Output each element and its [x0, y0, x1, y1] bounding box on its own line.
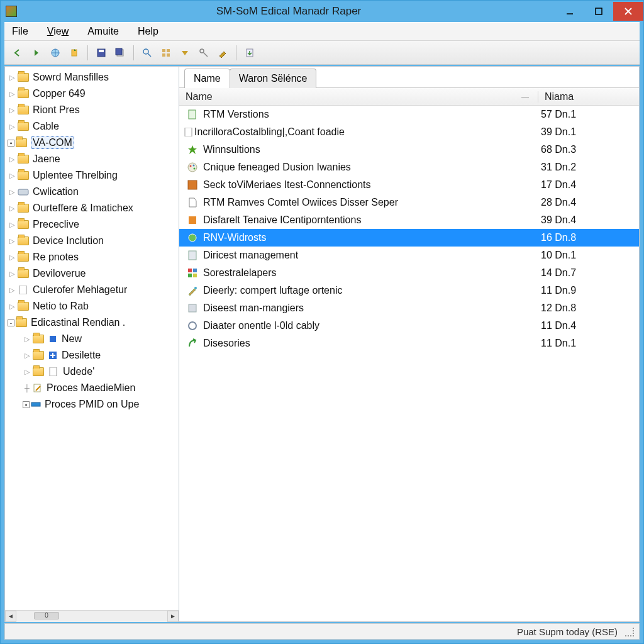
tree-item[interactable]: ▷Desilette — [5, 347, 179, 364]
expander-icon[interactable]: ▷ — [8, 269, 16, 278]
key-icon[interactable] — [196, 45, 212, 61]
grid-icon[interactable] — [158, 45, 174, 61]
expander-icon[interactable]: ▪ — [23, 401, 30, 408]
expander-icon[interactable]: ▷ — [8, 302, 16, 311]
list-item[interactable]: Sorestralelapers14 Dn.7 — [179, 264, 639, 282]
expander-icon[interactable]: ▷ — [8, 220, 16, 229]
tree-item[interactable]: ▷Cwlication — [5, 184, 179, 200]
expander-icon[interactable]: - — [8, 319, 14, 326]
menu-file[interactable]: File — [8, 23, 32, 40]
tree-item-label: Riont Pres — [33, 104, 80, 116]
scroll-left-icon[interactable]: ◄ — [5, 611, 16, 622]
search-icon[interactable] — [139, 45, 155, 61]
maximize-button[interactable] — [584, 2, 613, 21]
expander-icon[interactable]: ▷ — [8, 187, 16, 196]
save-all-icon[interactable] — [112, 45, 128, 61]
tree-item[interactable]: ▷Re pnotes — [5, 249, 179, 265]
horizontal-scrollbar[interactable]: ◄ 0 ► — [5, 610, 179, 621]
list-item[interactable]: Winnsultions68 Dn.3 — [179, 141, 639, 158]
down-icon[interactable] — [177, 45, 193, 61]
scroll-thumb[interactable]: 0 — [34, 612, 59, 619]
expander-icon[interactable]: ▷ — [8, 204, 16, 213]
tree-item[interactable]: ▷Udede' — [5, 364, 179, 380]
expander-icon[interactable]: ┼ — [23, 384, 31, 392]
svg-rect-25 — [31, 402, 40, 406]
import-icon[interactable] — [242, 45, 258, 61]
app-window: SM-SoM Edical Manadr Raper File View Amu… — [0, 0, 644, 644]
tab-name[interactable]: Name — [184, 69, 230, 88]
tree-item[interactable]: -Edicastinal Rendian . — [5, 314, 179, 331]
tree-item[interactable]: ┼Proces MaedieMien — [5, 380, 179, 396]
tree-item-label: Proces MaedieMien — [47, 382, 135, 394]
expander-icon[interactable]: ▷ — [8, 253, 16, 262]
tree-item[interactable]: ▪Proces PMID on Upe — [5, 396, 179, 413]
tree-item[interactable]: ▷Device Inclution — [5, 233, 179, 249]
list-item[interactable]: Diseest man-mangiers12 Dn.8 — [179, 299, 639, 317]
tree-item[interactable]: ▷New — [5, 331, 179, 347]
tree-item[interactable]: ▷Uplentee Threlbing — [5, 167, 179, 184]
svg-point-40 — [194, 287, 197, 289]
list-item[interactable]: Diaater onentle l-0ld cably11 Dn.4 — [179, 317, 639, 335]
globe-icon[interactable] — [47, 45, 64, 61]
expander-icon[interactable]: ▷ — [8, 286, 16, 294]
tree-item-label: Ourteffere & Imatichex — [33, 203, 133, 214]
back-icon[interactable] — [9, 45, 26, 61]
tree-item[interactable]: ▷Prececlive — [5, 216, 179, 233]
tree-item-label: Sowrd Mansfilles — [33, 72, 109, 83]
expander-icon[interactable]: ▷ — [8, 155, 16, 164]
expander-icon[interactable]: ▷ — [8, 236, 16, 245]
tree-item[interactable]: ▷Copper 649 — [5, 86, 179, 102]
list-item[interactable]: Cnique feneaged Dusion Iwanies31 Dn.2 — [179, 158, 639, 176]
list-item[interactable]: RTM Ramves Comtel Owiices Disser Seper28… — [179, 194, 639, 211]
expander-icon[interactable]: ▷ — [8, 122, 16, 131]
list-item[interactable]: RNV-Widrosts16 Dn.8 — [179, 229, 639, 247]
list-item[interactable]: Disesories11 Dn.1 — [179, 335, 639, 352]
toolbar — [4, 41, 640, 65]
menu-view[interactable]: View — [43, 23, 72, 40]
tree-item[interactable]: ▷Sowrd Mansfilles — [5, 69, 179, 86]
expander-icon[interactable]: ▷ — [8, 89, 16, 98]
tree-item[interactable]: ▷Ourteffere & Imatichex — [5, 200, 179, 216]
menu-amuite[interactable]: Amuite — [84, 23, 123, 40]
menubar: File View Amuite Help — [4, 22, 640, 41]
list-item[interactable]: Disfarelt Tenaive lCentiporntentions39 D… — [179, 211, 639, 229]
expander-icon[interactable]: ▷ — [8, 171, 16, 180]
tree-item-label: Uplentee Threlbing — [33, 170, 118, 181]
list-item[interactable]: Seck toViMeriaes Itest-Connenctionts17 D… — [179, 176, 639, 194]
tree-item[interactable]: ▪VA-COM — [5, 135, 179, 151]
tool-icon[interactable] — [214, 45, 231, 61]
forward-icon[interactable] — [28, 45, 45, 61]
svg-rect-37 — [193, 269, 197, 272]
list-item[interactable]: RTM Verstions57 Dn.1 — [179, 106, 639, 123]
expander-icon[interactable]: ▪ — [8, 140, 14, 147]
column-size[interactable]: Niama — [538, 91, 639, 103]
list-item[interactable]: Diricest management10 Dn.1 — [179, 247, 639, 264]
export-icon[interactable] — [66, 45, 82, 61]
scroll-right-icon[interactable]: ► — [167, 611, 179, 622]
tree-item[interactable]: ▷Netio to Rab — [5, 298, 179, 314]
expander-icon[interactable]: ▷ — [23, 367, 31, 376]
close-button[interactable] — [613, 2, 643, 21]
tab-waron[interactable]: Waron Sëlénce — [230, 69, 317, 88]
resize-grip-icon[interactable] — [624, 626, 634, 636]
expander-icon[interactable]: ▷ — [8, 106, 16, 114]
expander-icon[interactable]: ▷ — [23, 351, 31, 360]
save-icon[interactable] — [93, 45, 109, 61]
tree-item[interactable]: ▷Jaene — [5, 151, 179, 167]
expander-icon[interactable]: ▷ — [8, 73, 16, 82]
expander-icon[interactable]: ▷ — [23, 335, 31, 343]
svg-point-34 — [189, 234, 196, 242]
tree-item[interactable]: ▷Culerofer Mehlagetur — [5, 282, 179, 298]
tree-view[interactable]: ▷Sowrd Mansfilles▷Copper 649▷Riont Pres▷… — [5, 67, 179, 610]
menu-help[interactable]: Help — [134, 23, 162, 40]
list-item[interactable]: Dieerly: compert luftage ortenic11 Dn.9 — [179, 282, 639, 299]
list-view[interactable]: RTM Verstions57 Dn.1IncrilloraCostalblin… — [179, 106, 639, 621]
tree-item[interactable]: ▷Deviloverue — [5, 265, 179, 282]
tree-item[interactable]: ▷Riont Pres — [5, 102, 179, 118]
column-name[interactable]: Name — — [179, 91, 538, 103]
list-item[interactable]: IncrilloraCostalbling|,Coant foadie39 Dn… — [179, 123, 639, 141]
svg-rect-26 — [189, 110, 196, 119]
scroll-track[interactable]: 0 — [16, 611, 167, 622]
minimize-button[interactable] — [555, 2, 584, 21]
tree-item[interactable]: ▷Cable — [5, 118, 179, 135]
